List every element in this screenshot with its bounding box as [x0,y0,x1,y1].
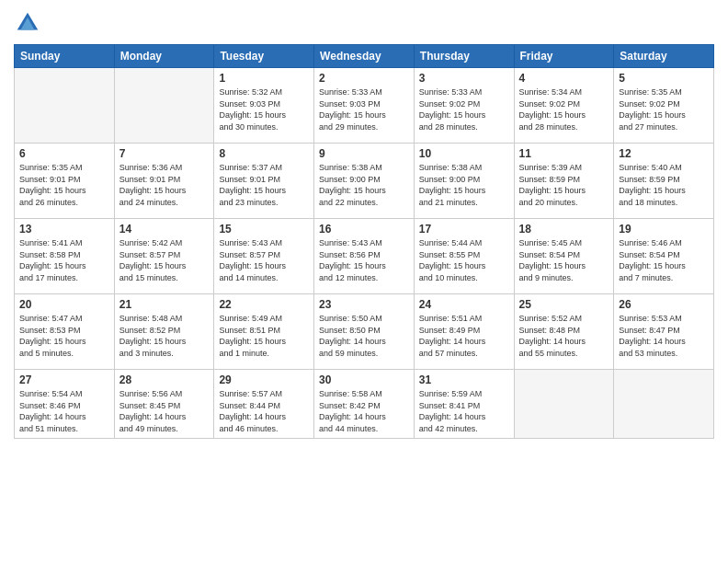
calendar-cell: 6Sunrise: 5:35 AM Sunset: 9:01 PM Daylig… [15,144,115,219]
day-info: Sunrise: 5:51 AM Sunset: 8:49 PM Dayligh… [419,313,509,359]
day-number: 8 [219,147,309,160]
day-info: Sunrise: 5:44 AM Sunset: 8:55 PM Dayligh… [419,237,509,283]
calendar-week-row: 20Sunrise: 5:47 AM Sunset: 8:53 PM Dayli… [15,294,714,370]
day-number: 14 [119,223,210,236]
day-number: 6 [19,147,109,160]
day-number: 23 [319,298,409,311]
day-number: 3 [419,72,509,85]
calendar-cell: 31Sunrise: 5:59 AM Sunset: 8:41 PM Dayli… [414,370,514,439]
day-number: 22 [219,298,309,311]
day-number: 4 [519,72,609,85]
day-info: Sunrise: 5:36 AM Sunset: 9:01 PM Dayligh… [119,162,210,208]
day-info: Sunrise: 5:49 AM Sunset: 8:51 PM Dayligh… [219,313,309,359]
page: SundayMondayTuesdayWednesdayThursdayFrid… [0,0,728,563]
calendar-header-row: SundayMondayTuesdayWednesdayThursdayFrid… [15,45,714,68]
day-number: 21 [119,298,210,311]
day-info: Sunrise: 5:47 AM Sunset: 8:53 PM Dayligh… [19,313,109,359]
calendar-week-row: 27Sunrise: 5:54 AM Sunset: 8:46 PM Dayli… [15,370,714,439]
calendar-header-tuesday: Tuesday [214,45,314,68]
day-info: Sunrise: 5:38 AM Sunset: 9:00 PM Dayligh… [319,162,409,208]
day-info: Sunrise: 5:46 AM Sunset: 8:54 PM Dayligh… [619,237,709,283]
day-info: Sunrise: 5:32 AM Sunset: 9:03 PM Dayligh… [219,86,309,132]
calendar-cell: 25Sunrise: 5:52 AM Sunset: 8:48 PM Dayli… [514,294,614,370]
calendar-header-friday: Friday [514,45,614,68]
day-number: 9 [319,147,409,160]
day-number: 18 [519,223,609,236]
day-info: Sunrise: 5:53 AM Sunset: 8:47 PM Dayligh… [619,313,709,359]
day-number: 31 [419,373,509,386]
calendar-cell: 30Sunrise: 5:58 AM Sunset: 8:42 PM Dayli… [314,370,415,439]
calendar-header-thursday: Thursday [414,45,514,68]
calendar-cell: 23Sunrise: 5:50 AM Sunset: 8:50 PM Dayli… [314,294,415,370]
calendar-cell: 1Sunrise: 5:32 AM Sunset: 9:03 PM Daylig… [214,68,314,144]
day-info: Sunrise: 5:48 AM Sunset: 8:52 PM Dayligh… [119,313,210,359]
day-info: Sunrise: 5:39 AM Sunset: 8:59 PM Dayligh… [519,162,609,208]
calendar-week-row: 13Sunrise: 5:41 AM Sunset: 8:58 PM Dayli… [15,219,714,294]
day-info: Sunrise: 5:58 AM Sunset: 8:42 PM Dayligh… [319,388,409,434]
day-number: 17 [419,223,509,236]
calendar-cell: 13Sunrise: 5:41 AM Sunset: 8:58 PM Dayli… [15,219,115,294]
day-number: 27 [19,373,109,386]
calendar-cell: 24Sunrise: 5:51 AM Sunset: 8:49 PM Dayli… [414,294,514,370]
day-info: Sunrise: 5:35 AM Sunset: 9:02 PM Dayligh… [619,86,709,132]
calendar-cell [15,68,115,144]
calendar-week-row: 1Sunrise: 5:32 AM Sunset: 9:03 PM Daylig… [15,68,714,144]
calendar-cell: 22Sunrise: 5:49 AM Sunset: 8:51 PM Dayli… [214,294,314,370]
day-info: Sunrise: 5:50 AM Sunset: 8:50 PM Dayligh… [319,313,409,359]
day-number: 7 [119,147,210,160]
calendar-week-row: 6Sunrise: 5:35 AM Sunset: 9:01 PM Daylig… [15,144,714,219]
day-info: Sunrise: 5:33 AM Sunset: 9:03 PM Dayligh… [319,86,409,132]
day-number: 20 [19,298,109,311]
day-info: Sunrise: 5:42 AM Sunset: 8:57 PM Dayligh… [119,237,210,283]
day-number: 16 [319,223,409,236]
day-info: Sunrise: 5:35 AM Sunset: 9:01 PM Dayligh… [19,162,109,208]
day-info: Sunrise: 5:52 AM Sunset: 8:48 PM Dayligh… [519,313,609,359]
calendar-header-wednesday: Wednesday [314,45,415,68]
day-info: Sunrise: 5:56 AM Sunset: 8:45 PM Dayligh… [119,388,210,434]
calendar-cell [614,370,714,439]
day-number: 13 [19,223,109,236]
calendar-table: SundayMondayTuesdayWednesdayThursdayFrid… [14,44,714,439]
header [14,9,714,37]
calendar-cell: 27Sunrise: 5:54 AM Sunset: 8:46 PM Dayli… [15,370,115,439]
day-number: 12 [619,147,709,160]
calendar-cell: 2Sunrise: 5:33 AM Sunset: 9:03 PM Daylig… [314,68,415,144]
calendar-cell: 5Sunrise: 5:35 AM Sunset: 9:02 PM Daylig… [614,68,714,144]
calendar-cell [114,68,214,144]
logo [14,9,45,37]
calendar-cell: 15Sunrise: 5:43 AM Sunset: 8:57 PM Dayli… [214,219,314,294]
day-info: Sunrise: 5:40 AM Sunset: 8:59 PM Dayligh… [619,162,709,208]
day-number: 11 [519,147,609,160]
day-info: Sunrise: 5:34 AM Sunset: 9:02 PM Dayligh… [519,86,609,132]
day-info: Sunrise: 5:33 AM Sunset: 9:02 PM Dayligh… [419,86,509,132]
day-info: Sunrise: 5:59 AM Sunset: 8:41 PM Dayligh… [419,388,509,434]
day-number: 24 [419,298,509,311]
day-info: Sunrise: 5:38 AM Sunset: 9:00 PM Dayligh… [419,162,509,208]
calendar-cell: 9Sunrise: 5:38 AM Sunset: 9:00 PM Daylig… [314,144,415,219]
logo-icon [14,9,41,37]
day-number: 28 [119,373,210,386]
day-number: 5 [619,72,709,85]
day-number: 25 [519,298,609,311]
day-number: 1 [219,72,309,85]
calendar-cell: 10Sunrise: 5:38 AM Sunset: 9:00 PM Dayli… [414,144,514,219]
day-info: Sunrise: 5:43 AM Sunset: 8:57 PM Dayligh… [219,237,309,283]
calendar-cell: 20Sunrise: 5:47 AM Sunset: 8:53 PM Dayli… [15,294,115,370]
calendar-header-saturday: Saturday [614,45,714,68]
calendar-header-monday: Monday [114,45,214,68]
calendar-cell: 29Sunrise: 5:57 AM Sunset: 8:44 PM Dayli… [214,370,314,439]
day-number: 15 [219,223,309,236]
day-number: 29 [219,373,309,386]
day-number: 10 [419,147,509,160]
calendar-header-sunday: Sunday [15,45,115,68]
day-number: 2 [319,72,409,85]
calendar-cell: 3Sunrise: 5:33 AM Sunset: 9:02 PM Daylig… [414,68,514,144]
calendar-cell: 14Sunrise: 5:42 AM Sunset: 8:57 PM Dayli… [114,219,214,294]
calendar-cell: 19Sunrise: 5:46 AM Sunset: 8:54 PM Dayli… [614,219,714,294]
day-info: Sunrise: 5:57 AM Sunset: 8:44 PM Dayligh… [219,388,309,434]
day-info: Sunrise: 5:37 AM Sunset: 9:01 PM Dayligh… [219,162,309,208]
day-info: Sunrise: 5:41 AM Sunset: 8:58 PM Dayligh… [19,237,109,283]
calendar-cell: 4Sunrise: 5:34 AM Sunset: 9:02 PM Daylig… [514,68,614,144]
calendar-cell: 18Sunrise: 5:45 AM Sunset: 8:54 PM Dayli… [514,219,614,294]
day-info: Sunrise: 5:54 AM Sunset: 8:46 PM Dayligh… [19,388,109,434]
